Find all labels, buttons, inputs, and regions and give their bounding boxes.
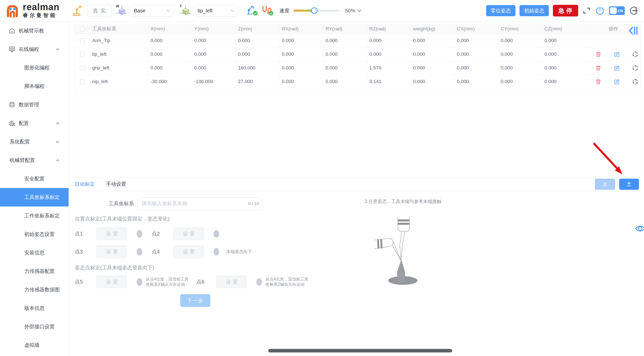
sidebar-item-label: 图形化编程	[24, 64, 50, 71]
power-icon[interactable]	[595, 6, 605, 16]
base-frame-select[interactable]: Base	[129, 5, 174, 16]
tool-frame-name-cell: tip_left	[90, 47, 148, 61]
sidebar-item-label: 外部接口设置	[24, 323, 55, 330]
sync-row-icon[interactable]	[632, 78, 639, 85]
emergency-stop-button[interactable]: 急停	[553, 5, 578, 16]
sidebar-item[interactable]: 数据管理	[0, 96, 69, 114]
point1-set-button[interactable]: 设置	[96, 228, 127, 240]
sidebar: 机械臂示教 在线编程 图形化编程脚本编程 数据管理 配置 系统配置 机械臂配置 …	[0, 22, 69, 356]
point3-set-button[interactable]: 设置	[96, 246, 127, 258]
edit-row-icon[interactable]	[613, 51, 620, 58]
value-cell: 0.000	[542, 34, 586, 47]
logout-icon[interactable]	[629, 5, 639, 16]
sidebar-item[interactable]: 力传感器配置	[0, 262, 69, 280]
gear-icon	[9, 120, 15, 127]
collapse-panel-icon[interactable]	[628, 26, 639, 36]
sidebar-item[interactable]: 版本信息	[0, 299, 69, 317]
sidebar-item[interactable]: 工具坐标系标定	[0, 188, 69, 207]
speed-slider[interactable]	[294, 10, 340, 12]
sidebar-item[interactable]: 安装信息	[0, 243, 69, 262]
tab-auto-calibration[interactable]: 自动标定	[75, 181, 95, 188]
row-checkbox[interactable]	[80, 79, 85, 84]
tool-frame-table: 工具坐标系X(mm)Y(mm)Z(mm)RX(rad)RY(rad)RZ(rad…	[75, 24, 641, 177]
value-cell: 0.000	[498, 47, 542, 61]
calibration-tabstrip: 自动标定 手动设置	[75, 177, 641, 191]
point5-set-button[interactable]: 设置	[96, 276, 127, 288]
fullscreen-icon[interactable]	[582, 6, 591, 15]
value-cell: 0.000	[367, 34, 411, 47]
language-toggle-knob	[610, 7, 617, 14]
value-cell: 0.000	[148, 47, 192, 61]
speed-slider-handle[interactable]	[311, 7, 318, 14]
sync-row-icon[interactable]	[632, 51, 639, 58]
value-cell: 0.000	[455, 61, 498, 75]
row-checkbox[interactable]	[80, 38, 85, 43]
sidebar-item[interactable]: 外部接口设置	[0, 317, 69, 336]
sidebar-item[interactable]: 机械臂配置	[0, 151, 69, 170]
edit-row-icon[interactable]	[613, 65, 620, 71]
point2-status-dot	[214, 230, 219, 238]
sidebar-item-label: 版本信息	[24, 305, 45, 312]
delete-row-icon[interactable]	[595, 78, 602, 85]
plug-connected-status-icon[interactable]	[261, 5, 273, 16]
arm-connected-status-icon[interactable]	[245, 5, 257, 16]
value-cell: 0.000	[455, 47, 498, 61]
sidebar-item[interactable]: 配置	[0, 114, 69, 133]
column-header: weight(kg)	[411, 24, 455, 34]
sidebar-item-label: 在线编程	[19, 46, 39, 53]
row-checkbox[interactable]	[80, 66, 85, 70]
value-cell: 0.000	[323, 34, 367, 47]
sidebar-item[interactable]: 初始姿态设置	[0, 225, 69, 243]
point3-status-dot	[137, 248, 142, 256]
preview-eye-icon[interactable]	[635, 225, 644, 233]
sidebar-item[interactable]: 工作坐标系标定	[0, 207, 69, 225]
horizontal-scrollbar-thumb[interactable]	[268, 349, 452, 352]
sidebar-item[interactable]: 安全配置	[0, 170, 69, 188]
sidebar-item-label: 配置	[19, 120, 29, 127]
point6-status-dot	[256, 278, 262, 286]
sidebar-item[interactable]: 机械臂示教	[0, 22, 69, 40]
sidebar-item[interactable]: 系统配置	[0, 133, 69, 151]
delete-row-icon[interactable]	[595, 51, 602, 58]
code-monitor-icon	[9, 46, 15, 53]
value-cell: 0.000	[236, 34, 280, 47]
point6-set-button[interactable]: 设置	[216, 276, 247, 288]
value-cell: 0.000	[280, 75, 323, 88]
zero-pose-button[interactable]: 零位姿态	[486, 5, 515, 16]
sidebar-item[interactable]: 在线编程	[0, 40, 69, 59]
download-button[interactable]	[595, 179, 615, 190]
tab-manual-setting[interactable]: 手动设置	[106, 181, 126, 188]
edit-row-icon[interactable]	[613, 78, 620, 85]
table-header-row: 工具坐标系X(mm)Y(mm)Z(mm)RX(rad)RY(rad)RZ(rad…	[75, 24, 641, 34]
speed-label: 速度	[279, 7, 289, 14]
tool-frame-select[interactable]: tip_left	[193, 5, 238, 16]
row-checkbox[interactable]	[80, 52, 85, 57]
sidebar-item[interactable]: 力传感器数据图	[0, 280, 69, 299]
value-cell: 27.000	[236, 75, 280, 88]
next-step-button[interactable]: 下一步	[180, 294, 210, 307]
delete-row-icon[interactable]	[595, 65, 602, 71]
sync-row-icon[interactable]	[632, 65, 639, 71]
tool-frame-name-input[interactable]	[137, 197, 262, 210]
point2-label: 点2	[152, 230, 173, 237]
select-all-checkbox[interactable]	[80, 27, 85, 31]
table-row: grip_left0.0000.000160.0000.0000.0001.57…	[75, 61, 641, 75]
sidebar-item[interactable]: 脚本编程	[0, 77, 69, 96]
sidebar-item[interactable]: 虚拟墙	[0, 336, 69, 354]
point6-note: 从点4出发，沿当前工具 坐标系Z轴负方向运动	[265, 277, 316, 287]
point5-note: 从点4出发，沿当前工具 坐标系X轴正方向运动	[146, 277, 196, 287]
value-cell: 0.000	[498, 34, 542, 47]
mode-button[interactable]: 真实	[87, 5, 111, 16]
tool-frame-calibration-page: realman 睿尔曼智能 真实 W Y z	[0, 0, 644, 356]
language-toggle[interactable]: CN	[609, 6, 625, 15]
value-cell: 0.000	[323, 75, 367, 88]
init-pose-button[interactable]: 初始姿态	[520, 5, 549, 16]
upload-button[interactable]	[619, 179, 639, 190]
pose-calibration-section-label: 姿态点标定(工具末端姿态竖直向下):	[75, 264, 156, 271]
value-cell: 160.000	[236, 61, 280, 75]
chevron-down-icon[interactable]	[357, 9, 361, 12]
sidebar-item-label: 初始姿态设置	[24, 231, 55, 238]
point2-set-button[interactable]: 设置	[173, 228, 204, 240]
point4-set-button[interactable]: 设置	[173, 246, 204, 258]
sidebar-item[interactable]: 图形化编程	[0, 59, 69, 77]
